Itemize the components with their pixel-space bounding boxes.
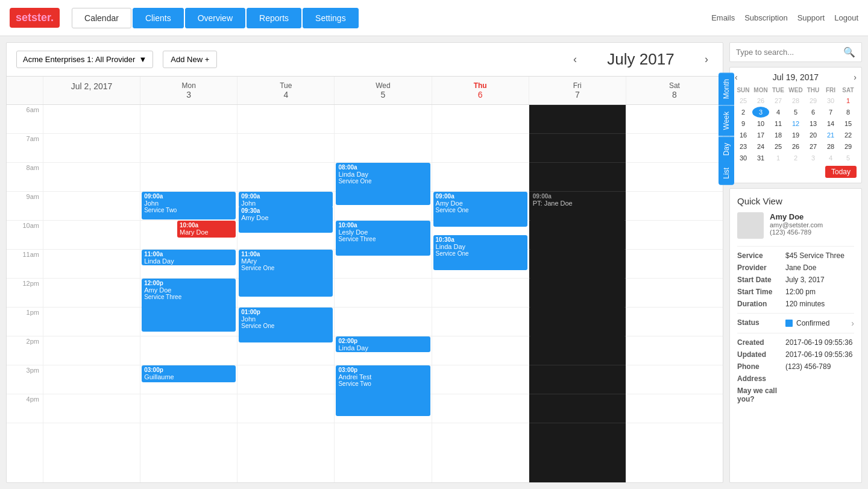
mini-cal-day[interactable]: 1 xyxy=(840,95,857,106)
mini-cal-day[interactable]: 18 xyxy=(770,130,787,140)
event-linda-wed[interactable]: 08:00a Linda Day Service One xyxy=(336,163,430,205)
time-3pm: 3pm xyxy=(7,365,43,394)
mini-cal-day[interactable]: 31 xyxy=(752,153,769,163)
mini-cal-day[interactable]: 19 xyxy=(787,130,804,140)
slot xyxy=(43,105,140,134)
mini-cal-day[interactable]: 29 xyxy=(840,141,857,152)
cal-header-row: Jul 2, 2017 Mon3 Tue4 Wed5 Thu6 Fri7 Sat… xyxy=(7,77,723,105)
event-amy-tue[interactable]: 09:30a Amy Doe xyxy=(239,206,333,233)
mini-cal-day[interactable]: 28 xyxy=(787,95,804,106)
event-linda-mon[interactable]: 11:00a Linda Day xyxy=(142,250,236,265)
slot xyxy=(237,134,334,163)
mini-cal-day[interactable]: 8 xyxy=(840,107,857,118)
event-mary-mon[interactable]: 10:00a Mary Doe xyxy=(177,221,236,238)
mini-cal-day[interactable]: 26 xyxy=(787,141,804,152)
mini-cal-day[interactable]: 13 xyxy=(805,118,822,129)
mini-cal-day[interactable]: 2 xyxy=(787,153,804,163)
today-button[interactable]: Today xyxy=(825,166,857,178)
event-jane-fri[interactable]: 09:00a PT: Jane Doe xyxy=(530,192,624,358)
day-col-6[interactable] xyxy=(626,105,723,482)
tab-overview[interactable]: Overview xyxy=(185,8,245,28)
time-12pm: 12pm xyxy=(7,279,43,308)
mini-cal-day[interactable]: 12 xyxy=(787,118,804,129)
qv-address-row: Address xyxy=(737,374,854,383)
event-linda-thu[interactable]: 10:30a Linda Day Service One xyxy=(433,235,527,270)
tab-clients[interactable]: Clients xyxy=(133,8,184,28)
event-lesly-wed[interactable]: 10:00a Lesly Doe Service Three xyxy=(336,221,430,256)
view-tab-day[interactable]: Day xyxy=(719,136,734,162)
event-guillaume-mon[interactable]: 03:00p Guillaume xyxy=(142,365,236,382)
event-andrei-wed[interactable]: 03:00p Andrei Test Service Two xyxy=(336,365,430,416)
mini-cal-day[interactable]: 27 xyxy=(805,141,822,152)
day-col-0[interactable] xyxy=(43,105,140,482)
slot xyxy=(237,163,334,192)
mini-cal-day[interactable]: 5 xyxy=(787,107,804,118)
slot xyxy=(43,134,140,163)
event-john-tue1[interactable]: 09:00a John xyxy=(239,192,333,207)
next-month-button[interactable]: › xyxy=(700,51,713,68)
mini-cal-day[interactable]: 4 xyxy=(822,153,839,163)
mini-cal-day-selected[interactable]: 3 xyxy=(752,107,769,118)
mini-cal-day[interactable]: 7 xyxy=(822,107,839,118)
mini-cal-day[interactable]: 6 xyxy=(805,107,822,118)
add-new-button[interactable]: Add New + xyxy=(163,51,217,68)
day-col-1[interactable]: 09:00a John Service Two 10:00a Mary Doe … xyxy=(140,105,237,482)
mini-cal-next[interactable]: › xyxy=(854,72,857,82)
event-john-mon[interactable]: 09:00a John Service Two xyxy=(142,192,236,219)
mini-cal-day[interactable]: 16 xyxy=(735,130,752,140)
event-john-tue2[interactable]: 01:00p John Service One xyxy=(239,308,333,342)
link-emails[interactable]: Emails xyxy=(711,13,735,22)
mini-cal-day[interactable]: 10 xyxy=(752,118,769,129)
mini-cal-day[interactable]: 5 xyxy=(840,153,857,163)
mini-cal-day[interactable]: 26 xyxy=(752,95,769,106)
slot xyxy=(237,105,334,134)
tab-settings[interactable]: Settings xyxy=(303,8,359,28)
event-linda2-wed[interactable]: 02:00p Linda Day xyxy=(336,336,430,352)
mini-cal-day[interactable]: 17 xyxy=(752,130,769,140)
mini-cal-prev[interactable]: ‹ xyxy=(735,72,738,82)
day-col-3[interactable]: 08:00a Linda Day Service One 10:00a Lesl… xyxy=(334,105,431,482)
day-col-4[interactable]: 09:00a Amy Doe Service One 10:30a Linda … xyxy=(432,105,529,482)
mini-cal-day[interactable]: 29 xyxy=(805,95,822,106)
event-mary-tue[interactable]: 11:00a MAry Service One xyxy=(239,250,333,297)
event-amy-mon[interactable]: 12:00p Amy Doe Service Three xyxy=(142,279,236,332)
qv-service-value: $45 Service Three xyxy=(785,251,854,260)
mini-cal-day[interactable]: 27 xyxy=(770,95,787,106)
mini-cal-day[interactable]: 2 xyxy=(735,107,752,118)
provider-select[interactable]: Acme Enterprises 1: All Provider ▼ xyxy=(16,51,153,68)
prev-month-button[interactable]: ‹ xyxy=(568,51,582,68)
mini-cal-day[interactable]: 25 xyxy=(735,95,752,106)
mini-cal-day[interactable]: 22 xyxy=(840,130,857,140)
link-logout[interactable]: Logout xyxy=(834,13,858,22)
slot xyxy=(237,365,334,394)
mini-cal-day[interactable]: 3 xyxy=(805,153,822,163)
mini-cal-day[interactable]: 25 xyxy=(770,141,787,152)
event-amy-thu[interactable]: 09:00a Amy Doe Service One xyxy=(433,192,527,227)
mini-cal-day[interactable]: 21 xyxy=(822,130,839,140)
mini-cal-day[interactable]: 30 xyxy=(822,95,839,106)
mini-cal-day[interactable]: 28 xyxy=(822,141,839,152)
mini-cal-day[interactable]: 20 xyxy=(805,130,822,140)
mini-cal-day[interactable]: 1 xyxy=(770,153,787,163)
mini-cal-day[interactable]: 30 xyxy=(735,153,752,163)
view-tab-week[interactable]: Week xyxy=(719,105,734,136)
mini-cal-day[interactable]: 14 xyxy=(822,118,839,129)
tab-reports[interactable]: Reports xyxy=(247,8,301,28)
mini-cal-day[interactable]: 11 xyxy=(770,118,787,129)
link-subscription[interactable]: Subscription xyxy=(744,13,788,22)
qv-status-value[interactable]: Confirmed › xyxy=(785,318,854,328)
day-col-2[interactable]: 09:00a John 09:30a Amy Doe 11:00a MAry S… xyxy=(237,105,334,482)
view-tab-month[interactable]: Month xyxy=(719,72,734,105)
day-col-5[interactable]: 09:00a PT: Jane Doe xyxy=(529,105,626,482)
mini-cal-day[interactable]: 15 xyxy=(840,118,857,129)
mini-cal-day[interactable]: 4 xyxy=(770,107,787,118)
qv-startdate-row: Start Date July 3, 2017 xyxy=(737,276,854,284)
mini-cal-day[interactable]: 9 xyxy=(735,118,752,129)
mini-cal-day[interactable]: 23 xyxy=(735,141,752,152)
search-input[interactable] xyxy=(736,48,843,57)
tab-calendar[interactable]: Calendar xyxy=(72,8,131,28)
link-support[interactable]: Support xyxy=(797,13,825,22)
mini-cal-day[interactable]: 24 xyxy=(752,141,769,152)
right-sidebar: 🔍 ‹ Jul 19, 2017 › SUN MON TUE WED THU F… xyxy=(729,42,862,483)
view-tab-list[interactable]: List xyxy=(719,162,734,185)
